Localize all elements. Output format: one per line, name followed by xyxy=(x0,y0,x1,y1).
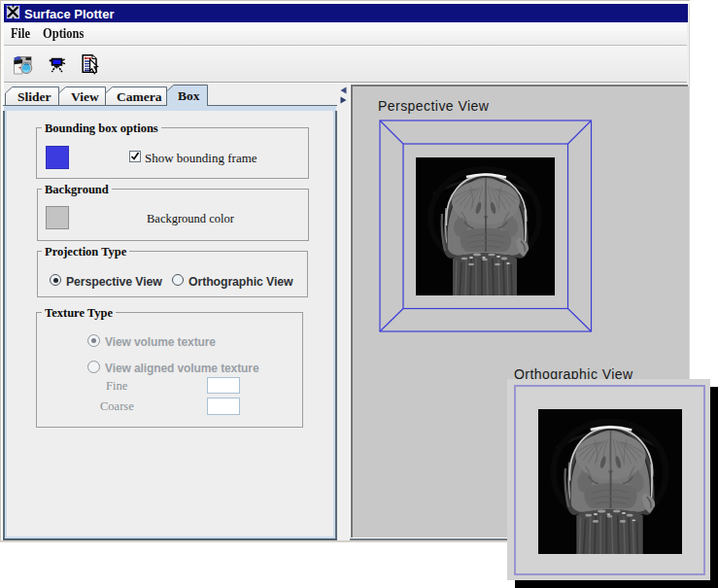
svg-text:Box: Box xyxy=(178,88,200,103)
svg-text:Camera: Camera xyxy=(117,89,162,104)
svg-text:View: View xyxy=(71,89,99,104)
svg-text:Slider: Slider xyxy=(17,89,51,104)
